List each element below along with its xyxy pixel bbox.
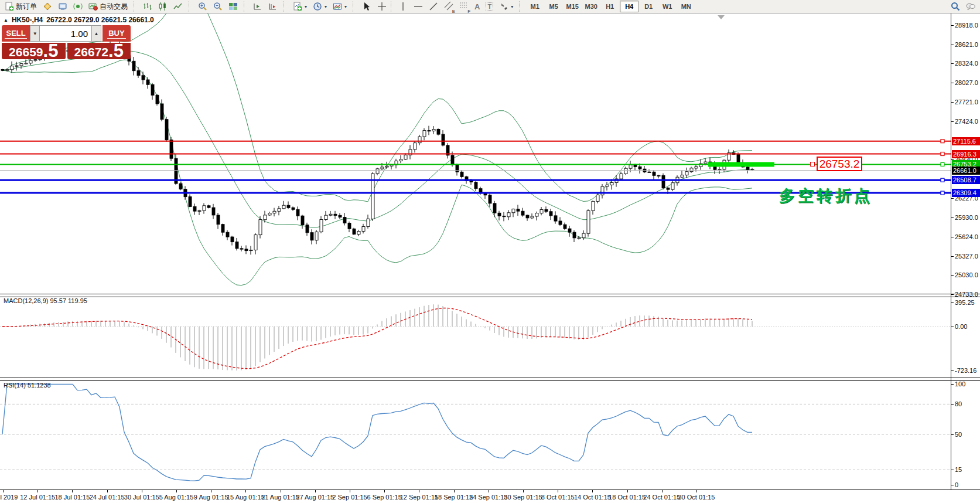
chart-shift-button[interactable]: [265, 0, 281, 13]
price-tick: [951, 102, 954, 103]
sell-price-frac: .5: [43, 44, 59, 58]
cursor-button[interactable]: [359, 0, 374, 13]
timeframe-m5[interactable]: M5: [545, 1, 562, 12]
hline-price-label: 26508.7: [952, 176, 980, 184]
auto-trading-button[interactable]: 自动交易: [86, 0, 131, 13]
chart-shift-marker-icon[interactable]: [718, 15, 725, 19]
channel-button[interactable]: E: [441, 0, 456, 13]
macd-tick: [951, 327, 954, 327]
annotation-anchor[interactable]: [810, 162, 815, 166]
arrows-button[interactable]: ▾: [496, 0, 516, 13]
signals-button[interactable]: [70, 0, 86, 13]
market-watch-button[interactable]: [40, 0, 55, 13]
vertical-line-button[interactable]: [395, 0, 411, 13]
date-tick: [523, 490, 524, 492]
rsi-tick-label: 80: [955, 400, 980, 407]
date-tick-label: 21 Aug 01:15: [261, 494, 299, 501]
hline-price-label: 26916.3: [952, 150, 980, 158]
price-annotation-box[interactable]: 26753.2: [817, 157, 862, 171]
toolbar-separator: [189, 1, 192, 12]
line-chart-button[interactable]: [170, 0, 186, 13]
timeframe-w1[interactable]: W1: [658, 1, 676, 12]
timeframe-mn[interactable]: MN: [677, 1, 695, 12]
turning-point-annotation[interactable]: 多空转折点: [779, 185, 873, 206]
rsi-canvas[interactable]: [0, 380, 980, 490]
timeframe-m15[interactable]: M15: [564, 1, 581, 12]
toolbar-separator: [391, 1, 394, 12]
timeframe-d1[interactable]: D1: [640, 1, 657, 12]
date-tick: [72, 490, 73, 492]
periods-button[interactable]: ▾: [310, 0, 330, 13]
signals-icon: [73, 2, 83, 11]
indicators-button[interactable]: ▾: [290, 0, 310, 13]
candlestick-button[interactable]: [155, 0, 170, 13]
tile-windows-button[interactable]: [226, 0, 241, 13]
spin-up-icon: ▲: [94, 31, 98, 36]
arrows-shapes-icon: [499, 2, 508, 11]
trendline-icon: [429, 2, 438, 11]
volume-input[interactable]: [40, 25, 91, 42]
new-order-button[interactable]: 新订单: [2, 0, 40, 13]
bar-chart-icon: [143, 2, 152, 11]
mt4-window: 新订单 自动交易: [0, 0, 980, 503]
sell-button[interactable]: SELL: [2, 25, 30, 42]
macd-canvas[interactable]: [0, 297, 980, 378]
price-tick-label: 25327.0: [955, 253, 980, 260]
price-tick: [951, 275, 954, 276]
search-icon[interactable]: [951, 2, 960, 11]
price-tick: [951, 45, 954, 45]
date-axis[interactable]: 8 Jul 201912 Jul 01:1518 Jul 01:1524 Jul…: [0, 490, 980, 503]
buy-price[interactable]: 26672 .5: [67, 43, 131, 59]
macd-tick: [951, 371, 954, 371]
new-order-icon: [5, 2, 14, 11]
zoom-out-button[interactable]: [210, 0, 226, 13]
toolbar-separator: [244, 1, 247, 12]
zoom-in-icon: [198, 2, 207, 11]
dropdown-caret-icon: ▾: [344, 4, 347, 9]
fibonacci-button[interactable]: F: [456, 0, 472, 13]
dropdown-caret-icon: ▾: [325, 4, 327, 9]
price-tick-label: 28918.0: [955, 22, 980, 29]
volume-decrease-button[interactable]: ▼: [30, 25, 40, 42]
timeframe-m30[interactable]: M30: [582, 1, 600, 12]
buy-button[interactable]: BUY: [103, 25, 131, 42]
date-tick: [37, 490, 38, 492]
bar-chart-button[interactable]: [140, 0, 155, 13]
date-tick-label: 12 Sep 01:15: [400, 494, 438, 501]
date-tick-label: 15 Aug 01:15: [227, 494, 265, 501]
timeframe-m1[interactable]: M1: [526, 1, 544, 12]
chart-title: ▲ HK50-,H4 26722.0 26729.0 26621.5 26661…: [4, 16, 154, 24]
dropdown-caret-icon: ▾: [305, 4, 307, 9]
sell-price-main: 26659: [9, 46, 43, 58]
price-chart-canvas[interactable]: [0, 13, 980, 295]
price-axis-line: [951, 13, 951, 490]
trendline-button[interactable]: [426, 0, 441, 13]
timeframe-h4[interactable]: H4: [620, 1, 638, 12]
date-tick: [107, 490, 108, 492]
data-window-button[interactable]: [55, 0, 70, 13]
date-tick: [3, 490, 4, 492]
horizontal-line-button[interactable]: [411, 0, 426, 13]
auto-scroll-button[interactable]: [250, 0, 265, 13]
symbol-timeframe-label: HK50-,H4: [12, 16, 43, 24]
timeframe-h1[interactable]: H1: [601, 1, 619, 12]
insert-group: ▾ ▾ ▾: [288, 0, 351, 13]
collapse-arrow-icon[interactable]: ▲: [4, 18, 8, 23]
macd-label: MACD(12,26,9) 95.57 119.95: [4, 297, 87, 304]
templates-button[interactable]: ▾: [330, 0, 350, 13]
rsi-tick-label: 100: [955, 380, 980, 388]
sell-price[interactable]: 26659 .5: [2, 43, 66, 59]
toolbar-right-group: [951, 2, 980, 11]
price-tick: [951, 256, 954, 257]
text-button[interactable]: A: [472, 0, 483, 13]
price-tick-label: 28621.0: [955, 41, 980, 48]
text-label-button[interactable]: T: [483, 0, 496, 13]
volume-increase-button[interactable]: ▲: [91, 25, 101, 42]
rsi-tick: [951, 384, 954, 385]
date-tick: [142, 490, 142, 492]
zoom-in-button[interactable]: [195, 0, 210, 13]
crosshair-button[interactable]: [374, 0, 390, 13]
price-tick-label: 24733.0: [955, 291, 980, 298]
chat-icon[interactable]: [966, 2, 975, 11]
scroll-group: [248, 0, 282, 13]
